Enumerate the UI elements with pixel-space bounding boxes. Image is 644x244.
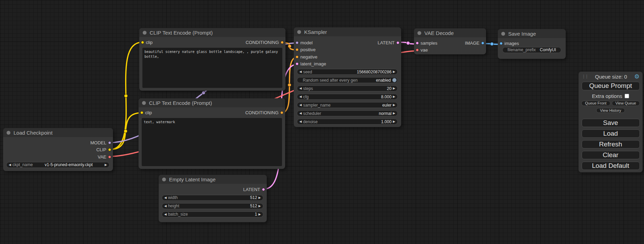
arrow-right-icon[interactable]: ▶ [258,205,261,208]
widget-value: ComfyUI [537,47,559,52]
collapse-dot-icon[interactable] [297,30,301,34]
extra-options-checkbox[interactable] [625,94,629,98]
widget-height[interactable]: ◀ height 512 ▶ [162,203,263,209]
link-midpoint-dot[interactable] [124,129,127,133]
save-button[interactable]: Save [582,119,640,127]
model-slot-dot[interactable] [108,141,111,144]
arrow-right-icon[interactable]: ▶ [393,95,395,98]
link-midpoint-dot[interactable] [124,94,128,98]
node-title-bar[interactable]: VAE Decode [414,28,486,37]
widget-sampler-name[interactable]: ◀ sampler_name euler ▶ [297,102,398,108]
clip-slot-dot[interactable] [140,111,143,114]
widget-seed[interactable]: ◀ seed 156680208700286 ▶ [297,69,398,75]
arrow-left-icon[interactable]: ◀ [299,103,302,107]
arrow-right-icon[interactable]: ▶ [258,196,261,199]
widget-width[interactable]: ◀ width 512 ▶ [162,195,263,201]
drag-handle-icon[interactable]: ⋮⋮ [582,74,588,79]
collapse-dot-icon[interactable] [162,178,166,181]
node-title-bar[interactable]: Load Checkpoint [3,128,113,137]
clear-button[interactable]: Clear [582,151,640,159]
node-title-bar[interactable]: Empty Latent Image [159,175,267,184]
prompt-textarea[interactable]: beautiful scenery nature glass bottle la… [142,48,282,88]
node-load-checkpoint[interactable]: Load Checkpoint MODEL CLIP VAE ◀ ckpt_na… [3,128,113,171]
queue-prompt-button[interactable]: Queue Prompt [582,82,640,90]
conditioning-slot-dot[interactable] [295,55,299,58]
node-title-bar[interactable]: CLIP Text Encode (Prompt) [139,98,285,107]
queue-front-button[interactable]: Queue Front [581,101,610,106]
view-queue-button[interactable]: View Queue [612,101,640,106]
widget-steps[interactable]: ◀ steps 20 ▶ [297,85,398,91]
widget-cfg[interactable]: ◀ cfg 8.000 ▶ [297,94,398,100]
node-title-bar[interactable]: Save Image [498,29,566,38]
node-empty-latent-image[interactable]: Empty Latent Image LATENT ◀ width 512 ▶ … [159,175,267,222]
image-slot-dot[interactable] [500,42,503,45]
node-clip-text-encode-positive[interactable]: CLIP Text Encode (Prompt) clip CONDITION… [139,28,285,91]
node-title-bar[interactable]: KSampler [294,27,401,36]
arrow-left-icon[interactable]: ◀ [299,95,302,98]
widget-batch-size[interactable]: ◀ batch_size 1 ▶ [162,211,263,217]
arrow-left-icon[interactable]: ◀ [9,163,11,166]
slot-label: MODEL [90,140,106,145]
load-button[interactable]: Load [582,129,640,138]
latent-slot-dot[interactable] [295,62,299,65]
slot-output-image: IMAGE [465,40,484,46]
conditioning-slot-dot[interactable] [281,41,284,44]
arrow-left-icon[interactable]: ◀ [299,120,302,123]
vae-slot-dot[interactable] [416,48,419,52]
arrow-right-icon[interactable]: ▶ [393,120,395,123]
collapse-dot-icon[interactable] [143,31,147,35]
arrow-right-icon[interactable]: ▶ [393,70,395,73]
refresh-button[interactable]: Refresh [582,140,640,148]
widget-label: filename_prefix [508,47,536,52]
latent-slot-dot[interactable] [262,188,265,191]
widget-filename-prefix[interactable]: filename_prefix ComfyUI [502,47,561,53]
widget-scheduler[interactable]: ◀ scheduler normal ▶ [297,110,398,116]
collapse-dot-icon[interactable] [417,31,421,35]
latent-slot-dot[interactable] [396,41,399,44]
widget-random-seed-toggle[interactable]: Random seed after every gen enabled [297,77,398,83]
latent-slot-dot[interactable] [416,42,419,45]
conditioning-slot-dot[interactable] [295,48,299,51]
arrow-left-icon[interactable]: ◀ [299,70,302,73]
arrow-right-icon[interactable]: ▶ [393,112,395,115]
view-history-button[interactable]: View History [596,108,625,113]
link-midpoint-dot[interactable] [288,83,291,87]
widget-value: 8.000 [310,94,391,99]
widget-denoise[interactable]: ◀ denoise 1.000 ▶ [297,119,398,125]
gear-icon[interactable]: ⚙ [634,74,639,80]
arrow-left-icon[interactable]: ◀ [164,213,167,216]
arrow-right-icon[interactable]: ▶ [393,103,395,107]
arrow-left-icon[interactable]: ◀ [164,205,167,208]
toggle-knob-icon[interactable] [392,78,397,82]
widget-ckpt-name[interactable]: ◀ ckpt_name v1-5-pruned-emaonly.ckpt ▶ [6,162,109,168]
clip-slot-dot[interactable] [141,41,144,44]
model-slot-dot[interactable] [295,41,299,44]
node-clip-text-encode-negative[interactable]: CLIP Text Encode (Prompt) clip CONDITION… [139,98,285,169]
arrow-right-icon[interactable]: ▶ [105,163,107,166]
link-midpoint-dot[interactable] [490,42,494,46]
clip-slot-dot[interactable] [108,148,111,151]
node-title: VAE Decode [424,30,454,36]
arrow-left-icon[interactable]: ◀ [299,112,302,115]
arrow-right-icon[interactable]: ▶ [258,213,261,216]
collapse-dot-icon[interactable] [501,32,505,36]
collapse-dot-icon[interactable] [7,131,10,135]
node-vae-decode[interactable]: VAE Decode samples IMAGE vae [414,28,486,54]
node-title-bar[interactable]: CLIP Text Encode (Prompt) [139,28,285,37]
widget-label: height [168,204,179,208]
conditioning-slot-dot[interactable] [280,111,283,114]
node-ksampler[interactable]: KSampler model LATENT positive negative … [294,27,401,127]
load-default-button[interactable]: Load Default [582,162,640,170]
image-slot-dot[interactable] [481,42,484,45]
arrow-left-icon[interactable]: ◀ [164,196,167,199]
prompt-textarea[interactable]: text, watermark [142,118,282,166]
collapse-dot-icon[interactable] [142,101,146,105]
link-midpoint-dot[interactable] [406,42,410,45]
link-midpoint-dot[interactable] [202,91,205,94]
link-midpoint-dot[interactable] [288,45,291,48]
extra-options-label: Extra options [592,93,623,99]
node-save-image[interactable]: Save Image images filename_prefix ComfyU… [498,29,566,59]
arrow-left-icon[interactable]: ◀ [299,87,302,90]
vae-slot-dot[interactable] [108,155,111,159]
arrow-right-icon[interactable]: ▶ [393,87,395,90]
